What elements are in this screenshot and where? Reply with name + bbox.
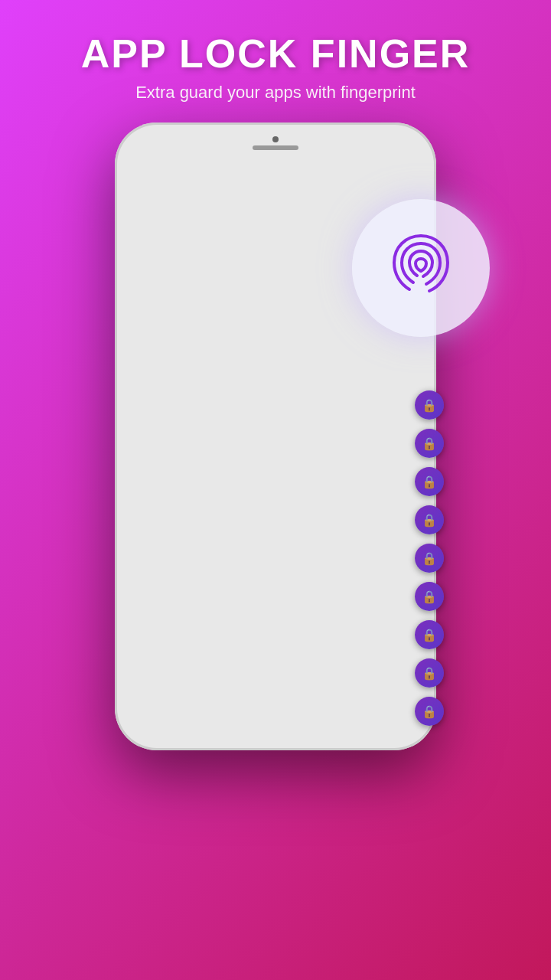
sidebar-lock-2: 🔒 bbox=[415, 429, 444, 458]
fingerprint-overlay bbox=[352, 199, 490, 337]
setting-label-fingerprint: Fingerprint bbox=[185, 435, 360, 450]
chevron-themes: › bbox=[405, 546, 410, 564]
setting-item-administrator[interactable]: Administrator bbox=[126, 359, 425, 415]
setting-item-themes[interactable]: Themes› bbox=[126, 527, 425, 583]
app-subtitle: Extra guard your apps with fingerprint bbox=[15, 83, 536, 103]
header: APP LOCK FINGER Extra guard your apps wi… bbox=[0, 0, 551, 118]
setting-label-change_password: Change password bbox=[185, 603, 394, 618]
setting-label-security_email: Security email bbox=[185, 491, 394, 506]
svg-point-15 bbox=[155, 606, 161, 612]
svg-rect-11 bbox=[152, 549, 157, 554]
setting-label-administrator: Administrator bbox=[185, 379, 360, 394]
sidebar-lock-4: 🔒 bbox=[415, 505, 444, 534]
svg-point-9 bbox=[157, 442, 159, 444]
setting-item-sample_line[interactable]: Sample line bbox=[126, 694, 425, 708]
sidebar-lock-8: 🔒 bbox=[415, 658, 444, 688]
setting-icon-themes bbox=[141, 537, 174, 571]
toggle-vibrate[interactable] bbox=[370, 655, 410, 677]
setting-item-fingerprint[interactable]: Fingerprint bbox=[126, 415, 425, 471]
setting-icon-administrator bbox=[141, 370, 174, 403]
setting-icon-activate bbox=[141, 314, 174, 348]
right-sidebar: 🔒 🔒 🔒 🔒 🔒 🔒 🔒 🔒 🔒 bbox=[415, 390, 444, 726]
setting-icon-fingerprint bbox=[141, 426, 174, 459]
setting-item-vibrate[interactable]: Vibrate bbox=[126, 639, 425, 694]
setting-label-activate: Activate the lock bbox=[185, 323, 360, 338]
svg-rect-12 bbox=[158, 549, 163, 554]
sidebar-lock-5: 🔒 bbox=[415, 544, 444, 573]
app-title: APP LOCK FINGER bbox=[15, 31, 536, 77]
sidebar-lock-7: 🔒 bbox=[415, 620, 444, 649]
svg-point-17 bbox=[157, 669, 158, 671]
app-lock-icon-wrap bbox=[237, 188, 314, 264]
sidebar-lock-6: 🔒 bbox=[415, 582, 444, 611]
svg-point-8 bbox=[155, 384, 160, 388]
setting-icon-change_password bbox=[141, 593, 174, 627]
setting-label-vibrate: Vibrate bbox=[185, 658, 360, 674]
setting-icon-sample_line bbox=[141, 705, 174, 708]
svg-rect-13 bbox=[152, 555, 157, 560]
sidebar-lock-1: 🔒 bbox=[415, 390, 444, 420]
toggle-administrator[interactable] bbox=[370, 376, 410, 397]
svg-rect-14 bbox=[158, 555, 163, 560]
fingerprint-icon bbox=[386, 228, 455, 308]
setting-item-change_password[interactable]: Change password› bbox=[126, 583, 425, 639]
svg-rect-10 bbox=[152, 495, 164, 503]
app-lock-icon bbox=[253, 198, 298, 253]
chevron-security_email: › bbox=[405, 490, 410, 508]
sidebar-lock-3: 🔒 bbox=[415, 467, 444, 496]
setting-icon-security_email bbox=[141, 482, 174, 515]
sidebar-lock-9: 🔒 bbox=[415, 697, 444, 726]
chevron-change_password: › bbox=[405, 602, 410, 619]
settings-list: Activate the lockAdministratorFingerprin… bbox=[126, 303, 425, 708]
toggle-fingerprint[interactable] bbox=[370, 432, 410, 453]
phone-mockup: 🔒 🔒 🔒 🔒 🔒 🔒 🔒 🔒 🔒 bbox=[115, 122, 436, 750]
svg-rect-3 bbox=[275, 226, 277, 230]
setting-item-security_email[interactable]: Security email› bbox=[126, 471, 425, 527]
setting-icon-vibrate bbox=[141, 649, 174, 683]
setting-label-themes: Themes bbox=[185, 547, 394, 562]
